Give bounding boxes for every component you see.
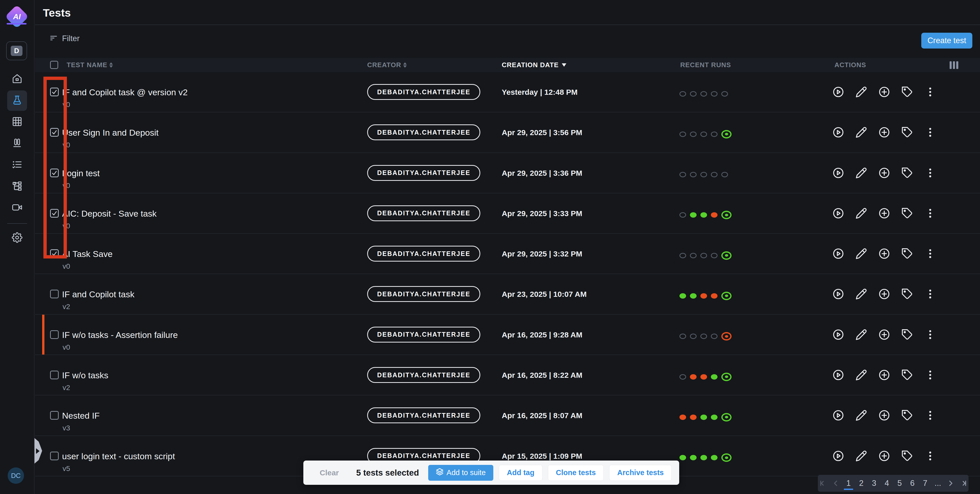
tag-button[interactable] [900, 85, 914, 99]
add-to-suite-icon-button[interactable] [878, 166, 891, 180]
run-test-button[interactable] [832, 247, 845, 260]
more-options-button[interactable] [924, 409, 937, 422]
create-test-button[interactable]: Create test [921, 33, 972, 49]
more-options-button[interactable] [924, 207, 937, 220]
table-row[interactable]: Login test v0 DEBADITYA.CHATTERJEE Apr 2… [35, 153, 980, 193]
previous-page-button[interactable] [831, 476, 840, 491]
page-button-5[interactable]: 5 [895, 476, 904, 491]
run-test-button[interactable] [832, 409, 845, 422]
run-test-button[interactable] [832, 368, 845, 382]
sidebar-item-checklist[interactable] [7, 155, 27, 175]
test-name[interactable]: user login text - custom script [62, 451, 175, 461]
add-to-suite-icon-button[interactable] [878, 287, 891, 301]
first-page-button[interactable] [818, 476, 827, 491]
test-name[interactable]: IF and Copilot task [62, 289, 134, 300]
edit-test-button[interactable] [854, 247, 868, 260]
sidebar-item-test-tubes[interactable] [7, 133, 27, 154]
row-checkbox[interactable] [50, 371, 59, 379]
add-to-suite-icon-button[interactable] [878, 368, 891, 382]
table-row[interactable]: IF and Copilot task v2 DEBADITYA.CHATTER… [35, 274, 980, 314]
run-test-button[interactable] [832, 207, 845, 220]
add-to-suite-icon-button[interactable] [878, 449, 891, 462]
add-to-suite-icon-button[interactable] [878, 247, 891, 260]
add-to-suite-icon-button[interactable] [878, 126, 891, 139]
user-avatar[interactable]: DC [8, 467, 24, 484]
sidebar-item-settings[interactable] [7, 228, 27, 248]
sidebar-item-suites[interactable] [7, 176, 27, 197]
more-options-button[interactable] [924, 85, 937, 99]
edit-test-button[interactable] [854, 287, 868, 301]
sidebar-item-recordings[interactable] [7, 198, 27, 218]
last-page-button[interactable] [959, 476, 968, 491]
test-name[interactable]: IF w/o tasks [62, 370, 108, 380]
tag-button[interactable] [900, 247, 914, 260]
test-name[interactable]: Login test [62, 168, 100, 178]
page-button-4[interactable]: 4 [882, 476, 891, 491]
run-test-button[interactable] [832, 328, 845, 341]
edit-test-button[interactable] [854, 85, 868, 99]
table-row[interactable]: IF w/o tasks v2 DEBADITYA.CHATTERJEE Apr… [35, 355, 980, 395]
tag-button[interactable] [900, 287, 914, 301]
page-button-6[interactable]: 6 [908, 476, 917, 491]
more-options-button[interactable] [924, 328, 937, 341]
add-to-suite-icon-button[interactable] [878, 409, 891, 422]
row-checkbox[interactable] [50, 330, 59, 339]
tag-button[interactable] [900, 409, 914, 422]
edit-test-button[interactable] [854, 166, 868, 180]
add-to-suite-icon-button[interactable] [878, 207, 891, 220]
table-row[interactable]: User Sign In and Deposit v0 DEBADITYA.CH… [35, 112, 980, 153]
sidebar-item-tests[interactable] [7, 91, 27, 111]
sidebar-item-data-tables[interactable] [7, 112, 27, 132]
row-checkbox[interactable] [50, 290, 59, 298]
column-test-name[interactable]: TEST NAME [67, 58, 113, 72]
page-ellipsis[interactable]: 7 [921, 476, 930, 491]
sort-icon[interactable] [403, 62, 407, 68]
workspace-switcher[interactable]: D [6, 41, 27, 60]
test-name[interactable]: User Sign In and Deposit [62, 128, 159, 138]
row-checkbox[interactable] [50, 411, 59, 420]
run-test-button[interactable] [832, 449, 845, 462]
column-creator[interactable]: CREATOR [367, 58, 407, 72]
run-test-button[interactable] [832, 85, 845, 99]
tag-button[interactable] [900, 207, 914, 220]
column-settings-icon[interactable] [950, 61, 958, 69]
run-test-button[interactable] [832, 126, 845, 139]
sidebar-item-home[interactable] [7, 69, 27, 89]
select-all-checkbox[interactable] [50, 61, 58, 69]
page-button-1[interactable]: 1 [844, 476, 853, 490]
row-checkbox[interactable] [50, 452, 59, 460]
archive-tests-button[interactable]: Archive tests [609, 465, 671, 481]
test-name[interactable]: AI Task Save [62, 249, 113, 259]
run-test-button[interactable] [832, 166, 845, 180]
run-test-button[interactable] [832, 287, 845, 301]
more-options-button[interactable] [924, 247, 937, 260]
edit-test-button[interactable] [854, 126, 868, 139]
add-to-suite-icon-button[interactable] [878, 85, 891, 99]
table-row[interactable]: IF and Copilot task @ version v2 v0 DEBA… [35, 72, 980, 112]
edit-test-button[interactable] [854, 207, 868, 220]
clone-tests-button[interactable]: Clone tests [548, 465, 604, 481]
more-options-button[interactable] [924, 368, 937, 382]
filter-button[interactable]: Filter [49, 34, 80, 43]
tag-button[interactable] [900, 328, 914, 341]
table-row[interactable]: AI Task Save v0 DEBADITYA.CHATTERJEE Apr… [35, 234, 980, 274]
edit-test-button[interactable] [854, 328, 868, 341]
table-row[interactable]: IF w/o tasks - Assertion failure v0 DEBA… [35, 315, 980, 355]
edit-test-button[interactable] [854, 409, 868, 422]
test-name[interactable]: AIC: Deposit - Save task [62, 209, 156, 219]
more-options-button[interactable] [924, 166, 937, 180]
clear-selection-button[interactable]: Clear [320, 469, 339, 477]
page-button-2[interactable]: 2 [857, 476, 866, 491]
more-options-button[interactable] [924, 287, 937, 301]
add-to-suite-icon-button[interactable] [878, 328, 891, 341]
test-name[interactable]: IF w/o tasks - Assertion failure [62, 330, 178, 340]
tag-button[interactable] [900, 449, 914, 462]
edit-test-button[interactable] [854, 368, 868, 382]
page-button-3[interactable]: 3 [869, 476, 879, 491]
tag-button[interactable] [900, 368, 914, 382]
test-name[interactable]: Nested IF [62, 411, 100, 421]
column-creation-date[interactable]: CREATION DATE [502, 58, 566, 72]
add-to-suite-button[interactable]: Add to suite [428, 465, 493, 481]
edit-test-button[interactable] [854, 449, 868, 462]
test-name[interactable]: IF and Copilot task @ version v2 [62, 88, 188, 97]
